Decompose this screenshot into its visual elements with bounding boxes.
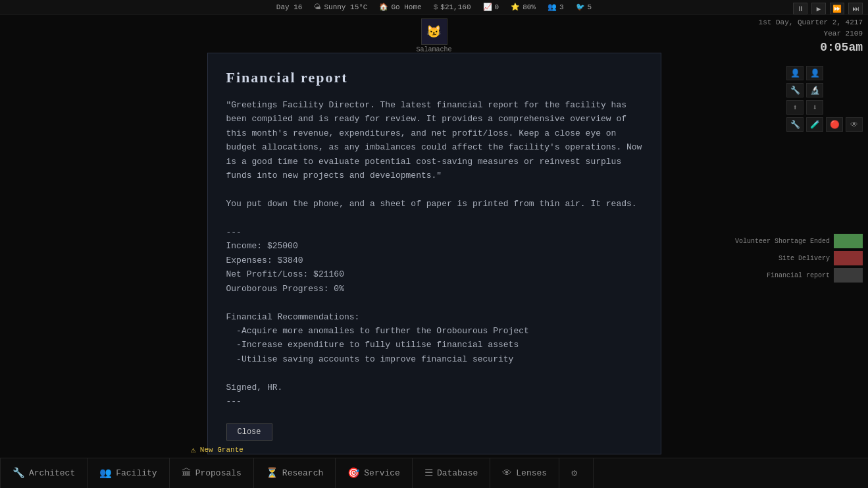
- trend-value: 0: [495, 3, 499, 11]
- modal-body: "Greetings Facility Director. The latest…: [226, 98, 642, 409]
- datetime-panel: 1st Day, Quarter 2, 4217 Year 2109 0:05a…: [759, 17, 863, 57]
- playback-controls: ⏸ ▶ ⏩ ⏭: [793, 3, 863, 14]
- home-icon: 🏠: [379, 3, 388, 11]
- notif-financial[interactable]: Financial report: [731, 268, 863, 283]
- facility-label: Facility: [116, 468, 157, 478]
- nav-item-architect[interactable]: 🔧 Architect: [0, 458, 88, 488]
- bottom-nav-bar: 🔧 Architect 👥 Facility 🏛 Proposals ⏳ Res…: [0, 458, 868, 488]
- warning-icon: ⚠: [191, 445, 196, 455]
- icon-row-1: 👤 👤: [786, 66, 863, 80]
- top-bar: Day 16 🌤 Sunny 15°C 🏠 Go Home $ $21,160 …: [0, 0, 868, 14]
- nav-item-proposals[interactable]: 🏛 Proposals: [170, 458, 254, 488]
- up-arrow-icon[interactable]: ⬆: [786, 100, 804, 115]
- nav-item-research[interactable]: ⏳ Research: [254, 458, 336, 488]
- home-label: Go Home: [391, 3, 421, 11]
- notif-volunteer[interactable]: Volunteer Shortage Ended: [731, 234, 863, 248]
- weather-indicator: 🌤 Sunny 15°C: [314, 3, 367, 11]
- icon-row-2: 🔧 🔬: [786, 83, 863, 97]
- lenses-label: Lenses: [516, 468, 547, 478]
- notif-delivery-box: [834, 251, 863, 265]
- grant-label: New Grante: [200, 446, 243, 454]
- rating-indicator: ⭐ 80%: [511, 3, 536, 11]
- notif-financial-box: [834, 268, 863, 283]
- people-value: 3: [559, 3, 564, 11]
- person1-icon[interactable]: 👤: [786, 66, 804, 80]
- people-icon: 👥: [548, 3, 557, 11]
- flask-icon[interactable]: 🧪: [806, 117, 823, 132]
- notif-delivery[interactable]: Site Delivery: [731, 251, 863, 265]
- settings-icon: ⚙: [571, 467, 577, 479]
- research-icon: ⏳: [266, 467, 278, 479]
- bird-value: 5: [588, 3, 592, 11]
- day-label: Day 16: [276, 3, 303, 11]
- service-label: Service: [364, 468, 400, 478]
- trend-icon: 📈: [483, 3, 492, 11]
- trend-indicator: 📈 0: [483, 3, 499, 11]
- notif-volunteer-label: Volunteer Shortage Ended: [731, 238, 830, 245]
- nav-item-lenses[interactable]: 👁 Lenses: [490, 458, 559, 488]
- icon-row-4: 🔧 🧪 🔴 👁: [786, 117, 863, 132]
- wrench-icon[interactable]: 🔧: [786, 83, 804, 97]
- bird-indicator: 🐦 5: [576, 3, 592, 11]
- fast-forward-button[interactable]: ⏩: [830, 3, 844, 14]
- money-icon: $: [434, 3, 438, 11]
- architect-label: Architect: [29, 468, 75, 478]
- red-dot-icon[interactable]: 🔴: [826, 117, 843, 132]
- facility-icon: 👥: [99, 467, 112, 479]
- money-indicator: $ $21,160: [434, 3, 471, 11]
- notification-panel: Volunteer Shortage Ended Site Delivery F…: [731, 234, 863, 283]
- notif-financial-label: Financial report: [731, 272, 830, 279]
- bird-icon: 🐦: [576, 3, 585, 11]
- proposals-label: Proposals: [195, 468, 242, 478]
- grant-notification: ⚠ New Grante: [191, 445, 243, 455]
- right-icon-panel: 👤 👤 🔧 🔬 ⬆ ⬇ 🔧 🧪 🔴 👁: [786, 66, 863, 132]
- icon-row-3: ⬆ ⬇: [786, 100, 863, 115]
- notif-volunteer-box: [834, 234, 863, 248]
- financial-report-modal: Financial report "Greetings Facility Dir…: [207, 53, 661, 454]
- people-indicator: 👥 3: [548, 3, 564, 11]
- nav-item-database[interactable]: ☰ Database: [413, 458, 490, 488]
- current-time: 0:05am: [759, 39, 863, 57]
- day-indicator: Day 16: [276, 3, 303, 11]
- nav-item-settings[interactable]: ⚙: [559, 458, 594, 488]
- character-avatar-area: 😼 Salamache: [416, 18, 451, 53]
- lenses-icon: 👁: [502, 468, 512, 479]
- weather-icon: 🌤: [314, 3, 321, 11]
- character-sprite: 😼: [421, 18, 447, 45]
- weather-label: Sunny 15°C: [324, 3, 367, 11]
- star-icon: ⭐: [511, 3, 520, 11]
- rating-value: 80%: [523, 3, 536, 11]
- notif-delivery-label: Site Delivery: [731, 255, 830, 262]
- play-button[interactable]: ▶: [811, 3, 826, 14]
- database-label: Database: [437, 468, 478, 478]
- person2-icon[interactable]: 👤: [806, 66, 823, 80]
- tool-icon[interactable]: 🔧: [786, 117, 804, 132]
- date-line1: 1st Day, Quarter 2, 4217: [759, 17, 863, 28]
- date-line2: Year 2109: [759, 28, 863, 40]
- architect-icon: 🔧: [13, 467, 25, 479]
- nav-item-service[interactable]: 🎯 Service: [336, 458, 413, 488]
- money-value: $21,160: [440, 3, 471, 11]
- modal-title: Financial report: [226, 69, 642, 86]
- eye-icon[interactable]: 👁: [846, 117, 863, 132]
- nav-item-facility[interactable]: 👥 Facility: [88, 458, 169, 488]
- research-label: Research: [282, 468, 323, 478]
- pause-button[interactable]: ⏸: [793, 3, 807, 14]
- down-arrow-icon[interactable]: ⬇: [806, 100, 823, 115]
- microscope-icon[interactable]: 🔬: [806, 83, 823, 97]
- service-icon: 🎯: [347, 467, 360, 479]
- modal-close-button[interactable]: Close: [226, 423, 272, 441]
- home-button[interactable]: 🏠 Go Home: [379, 3, 421, 11]
- faster-button[interactable]: ⏭: [848, 3, 863, 14]
- proposals-icon: 🏛: [182, 468, 191, 479]
- database-icon: ☰: [424, 467, 433, 479]
